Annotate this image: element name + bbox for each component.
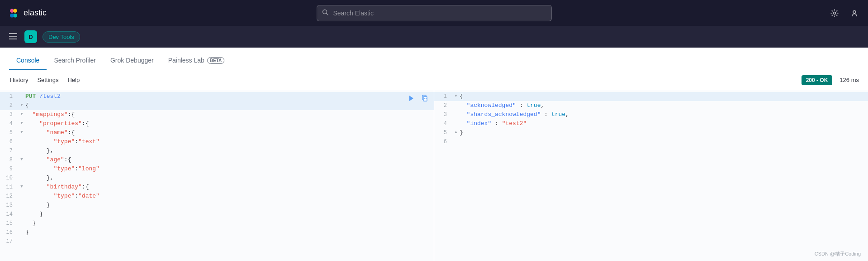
top-nav: elastic Search Elastic: [0, 0, 868, 26]
toolbar: History Settings Help 200 - OK 126 ms: [0, 70, 868, 90]
editor-area: 1 PUT /test2 2 ▼ { 3 ▼ "mappings":{ 4 ▼ …: [0, 90, 868, 261]
editor-line-7: 7 },: [0, 146, 434, 155]
run-button[interactable]: [406, 93, 417, 104]
editor-line-14: 14 }: [0, 210, 434, 219]
editor-line-5: 5 ▼ "name":{: [0, 128, 434, 137]
second-bar: D Dev Tools: [0, 26, 868, 48]
result-line-3: 3 "shards_acknowledged" : true,: [434, 110, 868, 119]
watermark: CSDN @桔子Coding: [815, 251, 861, 257]
settings-icon-btn[interactable]: [828, 7, 841, 19]
editor-line-1: 1 PUT /test2: [0, 92, 434, 101]
editor-line-16: 16 }: [0, 228, 434, 237]
svg-marker-13: [409, 96, 413, 101]
result-line-1: 1 ▼ {: [434, 92, 868, 101]
svg-point-9: [853, 10, 856, 13]
time-badge: 126 ms: [840, 77, 859, 83]
help-button[interactable]: Help: [66, 75, 81, 85]
editor-line-9: 9 "type":"long": [0, 164, 434, 174]
result-line-6: 6: [434, 137, 868, 146]
beta-badge: BETA: [207, 57, 224, 64]
status-badge: 200 - OK: [802, 75, 833, 85]
editor-line-10: 10 },: [0, 174, 434, 183]
editor-pane[interactable]: 1 PUT /test2 2 ▼ { 3 ▼ "mappings":{ 4 ▼ …: [0, 90, 434, 261]
editor-line-17: 17: [0, 237, 434, 246]
result-line-2: 2 "acknowledged" : true,: [434, 101, 868, 110]
search-bar-container: Search Elastic: [317, 5, 552, 21]
tabs-bar: Console Search Profiler Grok Debugger Pa…: [0, 48, 868, 70]
editor-actions: [406, 93, 430, 104]
settings-button[interactable]: Settings: [36, 75, 59, 85]
svg-rect-5: [11, 12, 16, 14]
history-button[interactable]: History: [9, 75, 29, 85]
editor-line-6: 6 "type":"text": [0, 137, 434, 146]
hamburger-menu[interactable]: [7, 30, 19, 44]
elastic-logo-text: elastic: [24, 8, 47, 18]
elastic-logo-icon: [7, 7, 20, 19]
tab-search-profiler[interactable]: Search Profiler: [47, 51, 103, 70]
editor-line-13: 13 }: [0, 201, 434, 210]
app-initial-badge: D: [24, 30, 37, 43]
tab-painless-lab[interactable]: Painless Lab BETA: [161, 51, 232, 70]
user-icon-btn[interactable]: [848, 7, 861, 19]
result-line-4: 4 "index" : "test2": [434, 119, 868, 128]
tab-console[interactable]: Console: [9, 51, 47, 70]
editor-line-4: 4 ▼ "properties":{: [0, 119, 434, 128]
search-icon: [322, 9, 328, 17]
editor-line-3: 3 ▼ "mappings":{: [0, 110, 434, 119]
result-pane: 1 ▼ { 2 "acknowledged" : true, 3 "shards…: [434, 90, 868, 261]
editor-line-2: 2 ▼ {: [0, 101, 434, 110]
svg-line-7: [326, 13, 328, 15]
editor-line-12: 12 "type":"date": [0, 192, 434, 201]
tab-grok-debugger[interactable]: Grok Debugger: [103, 51, 161, 70]
nav-right: [828, 7, 861, 19]
toolbar-right: 200 - OK 126 ms: [802, 75, 859, 85]
svg-point-8: [834, 12, 836, 14]
editor-line-15: 15 }: [0, 219, 434, 228]
copy-curl-button[interactable]: [419, 93, 430, 104]
editor-line-11: 11 ▼ "birthday":{: [0, 183, 434, 192]
editor-line-8: 8 ▼ "age":{: [0, 155, 434, 164]
search-input[interactable]: Search Elastic: [317, 5, 552, 21]
result-line-5: 5 ▲ }: [434, 128, 868, 137]
app-name-badge[interactable]: Dev Tools: [43, 31, 80, 43]
elastic-logo: elastic: [7, 7, 47, 19]
